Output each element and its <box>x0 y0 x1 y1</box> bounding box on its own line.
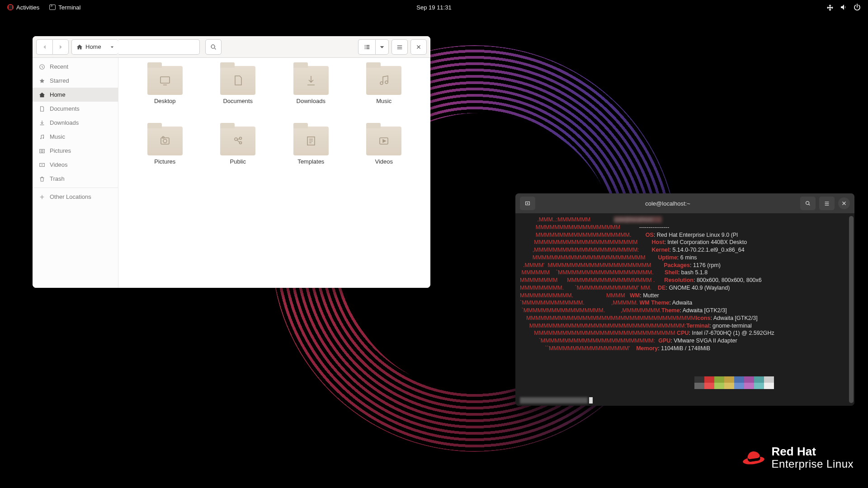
sidebar-item-starred[interactable]: Starred <box>33 74 118 88</box>
sidebar-label: Music <box>50 133 65 140</box>
folder-videos[interactable]: Videos <box>349 127 420 185</box>
sidebar-label: Recent <box>50 63 68 70</box>
terminal-content[interactable]: .MMM..:MMMMMMM cole@localhost MMMMMMMMMM… <box>515 213 854 406</box>
sidebar-label: Downloads <box>50 119 79 126</box>
sidebar-item-downloads[interactable]: Downloads <box>33 116 118 130</box>
folder-icon <box>293 66 329 95</box>
files-window: Home Recent Starred Home Documents Downl… <box>33 36 430 288</box>
sidebar-item-other-locations[interactable]: Other Locations <box>33 190 118 204</box>
path-label: Home <box>85 43 101 50</box>
redhat-icon <box>743 450 764 466</box>
svg-point-2 <box>40 138 42 139</box>
sidebar-item-recent[interactable]: Recent <box>33 60 118 74</box>
sidebar-label: Pictures <box>50 147 71 154</box>
folder-icon <box>293 127 329 155</box>
prompt-blurred <box>520 397 588 404</box>
files-headerbar: Home <box>33 36 430 58</box>
close-button[interactable] <box>410 39 427 55</box>
folder-icon <box>147 66 183 95</box>
system-tray[interactable] <box>826 4 864 11</box>
folder-label: Videos <box>375 158 393 165</box>
sidebar-item-videos[interactable]: Videos <box>33 158 118 172</box>
svg-point-8 <box>380 82 383 84</box>
terminal-window: cole@localhost:~ .MMM..:MMMMMMM cole@loc… <box>515 193 854 406</box>
folder-public[interactable]: Public <box>203 127 274 185</box>
files-grid: DesktopDocumentsDownloadsMusicPicturesPu… <box>118 58 430 288</box>
folder-label: Documents <box>223 98 253 104</box>
svg-rect-4 <box>40 149 45 153</box>
folder-icon <box>366 66 401 95</box>
folder-label: Downloads <box>297 98 326 104</box>
path-dropdown[interactable] <box>106 39 118 55</box>
svg-point-3 <box>42 137 44 139</box>
svg-point-0 <box>211 45 215 48</box>
svg-point-19 <box>806 202 809 205</box>
sidebar-item-documents[interactable]: Documents <box>33 102 118 116</box>
folder-icon <box>220 66 255 95</box>
view-toggle-button[interactable] <box>358 39 375 55</box>
sidebar-label: Home <box>50 91 66 98</box>
logo-line1: Red Hat <box>772 445 854 458</box>
cursor <box>589 397 593 404</box>
terminal-scrollbar[interactable] <box>849 216 854 403</box>
sidebar-item-pictures[interactable]: Pictures <box>33 144 118 158</box>
svg-point-12 <box>162 136 164 138</box>
folder-pictures[interactable]: Pictures <box>129 127 201 185</box>
hamburger-button[interactable] <box>392 39 408 55</box>
home-icon <box>76 44 83 50</box>
new-tab-button[interactable] <box>520 197 535 210</box>
logo-line2: Enterprise Linux <box>772 458 854 470</box>
folder-desktop[interactable]: Desktop <box>129 66 201 125</box>
svg-point-11 <box>163 139 167 143</box>
search-button[interactable] <box>205 39 222 55</box>
clock[interactable]: Sep 19 11:31 <box>416 4 451 11</box>
folder-label: Pictures <box>154 158 175 165</box>
folder-icon <box>147 127 183 155</box>
svg-point-9 <box>385 81 388 84</box>
active-app-label: Terminal <box>58 4 80 11</box>
sidebar-item-trash[interactable]: Trash <box>33 172 118 186</box>
folder-label: Public <box>230 158 246 165</box>
activities-button[interactable]: Activities <box>4 2 43 13</box>
fedora-icon <box>7 4 14 10</box>
sidebar-label: Other Locations <box>50 193 91 200</box>
rhel-logo: Red Hat Enterprise Linux <box>743 445 854 470</box>
folder-icon <box>220 127 255 155</box>
svg-rect-7 <box>160 77 170 83</box>
path-bar[interactable]: Home <box>71 39 203 55</box>
forward-button[interactable] <box>52 39 69 55</box>
terminal-icon <box>49 5 56 10</box>
top-panel: Activities Terminal Sep 19 11:31 <box>0 0 868 14</box>
sidebar-label: Trash <box>50 175 65 182</box>
terminal-headerbar: cole@localhost:~ <box>515 193 854 213</box>
files-sidebar: Recent Starred Home Documents Downloads … <box>33 58 118 288</box>
folder-documents[interactable]: Documents <box>203 66 274 125</box>
folder-templates[interactable]: Templates <box>275 127 347 185</box>
terminal-menu-button[interactable] <box>819 197 835 210</box>
network-icon <box>826 4 834 11</box>
svg-rect-10 <box>161 138 169 144</box>
sidebar-label: Videos <box>50 161 68 168</box>
folder-label: Desktop <box>154 98 176 104</box>
svg-point-5 <box>41 150 43 152</box>
terminal-title: cole@localhost:~ <box>539 200 797 207</box>
sidebar-label: Documents <box>50 105 80 112</box>
active-app-indicator[interactable]: Terminal <box>46 2 84 13</box>
sidebar-label: Starred <box>50 77 69 84</box>
folder-icon <box>366 127 401 155</box>
folder-downloads[interactable]: Downloads <box>275 66 347 125</box>
sidebar-item-music[interactable]: Music <box>33 130 118 144</box>
folder-label: Music <box>376 98 392 104</box>
terminal-search-button[interactable] <box>800 197 816 210</box>
pathbar-spacer <box>118 39 200 55</box>
volume-icon <box>840 4 847 11</box>
power-icon <box>854 4 861 11</box>
terminal-close-button[interactable] <box>838 197 850 209</box>
folder-music[interactable]: Music <box>349 66 420 125</box>
activities-label: Activities <box>16 4 39 11</box>
back-button[interactable] <box>36 39 52 55</box>
view-dropdown-button[interactable] <box>375 39 389 55</box>
folder-label: Templates <box>297 158 324 165</box>
sidebar-item-home[interactable]: Home <box>33 88 118 102</box>
